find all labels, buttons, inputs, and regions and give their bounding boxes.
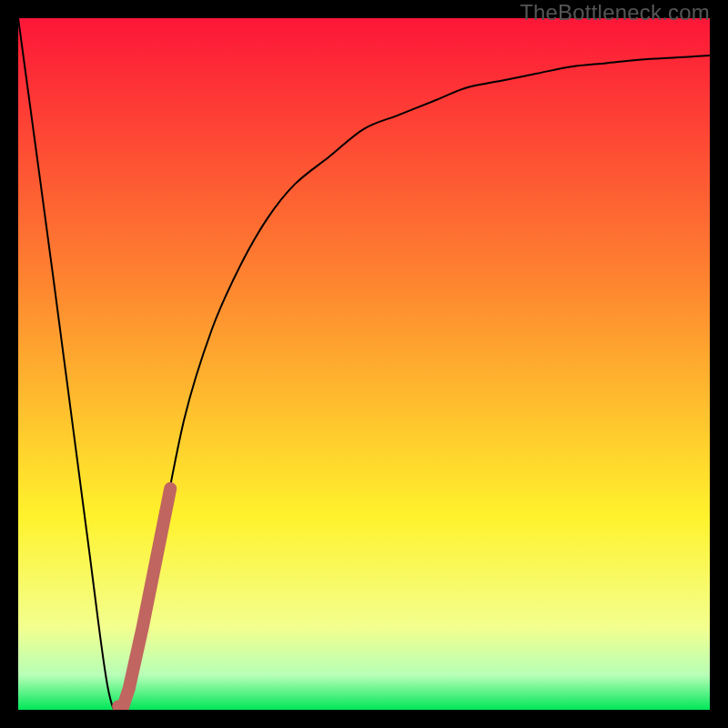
plot-area	[18, 18, 710, 710]
outer-frame: TheBottleneck.com	[0, 0, 728, 728]
watermark-text: TheBottleneck.com	[520, 0, 710, 25]
gradient-background	[18, 18, 710, 710]
chart-svg	[18, 18, 710, 710]
